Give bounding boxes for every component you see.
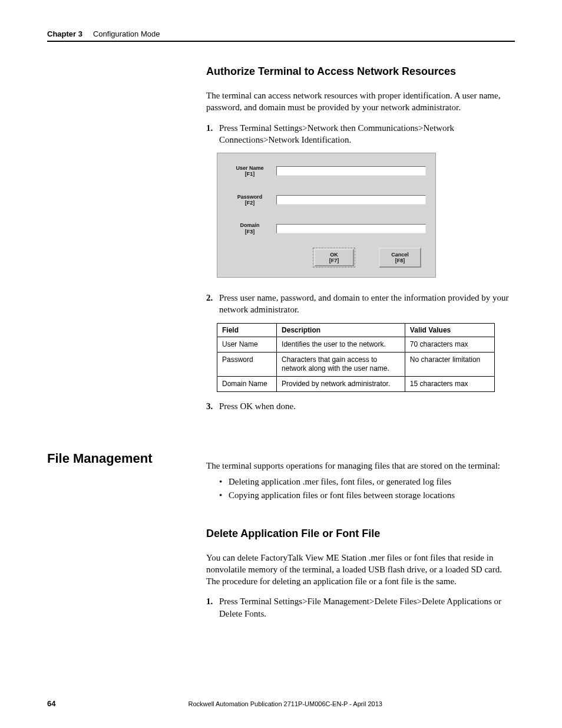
ok-button[interactable]: OK [F7] (313, 248, 355, 268)
step-2-text: Press user name, password, and domain to… (219, 293, 509, 314)
step-1: 1.Press Terminal Settings>Network then C… (219, 122, 515, 146)
delete-file-intro: You can delete FactoryTalk View ME Stati… (206, 552, 515, 588)
domain-input[interactable] (276, 224, 426, 233)
step-1-text: Press Terminal Settings>Network then Com… (219, 123, 454, 144)
page-header: Chapter 3 Configuration Mode (47, 29, 515, 42)
file-mgmt-intro: The terminal supports operations for man… (206, 460, 515, 472)
network-id-dialog: User Name [F1] Password [F2] Domain [F3]… (217, 153, 436, 278)
user-name-input[interactable] (276, 166, 426, 176)
page-footer: 64 Rockwell Automation Publication 2711P… (47, 699, 515, 708)
step-3: 3.Press OK when done. (219, 400, 515, 412)
th-field: Field (217, 323, 277, 337)
user-name-label: User Name [F1] (227, 165, 273, 177)
th-desc: Description (277, 323, 405, 337)
bullet-copy: Copying application files or font files … (229, 489, 515, 502)
delete-step-1-text: Press Terminal Settings>File Management>… (219, 597, 501, 618)
table-row: Password Characters that gain access to … (217, 352, 495, 376)
th-valid: Valid Values (405, 323, 494, 337)
step-3-text: Press OK when done. (219, 401, 296, 411)
table-row: Domain Name Provided by network administ… (217, 376, 495, 391)
cancel-button[interactable]: Cancel [F8] (379, 248, 421, 268)
domain-label: Domain [F3] (227, 222, 273, 235)
section-file-mgmt-heading: File Management (47, 451, 194, 466)
bullet-delete: Deleting application .mer files, font fi… (229, 475, 515, 489)
password-label: Password [F2] (227, 194, 273, 206)
delete-file-heading: Delete Application File or Font File (206, 528, 515, 540)
page-number: 64 (47, 699, 55, 708)
step-2: 2.Press user name, password, and domain … (219, 292, 515, 316)
parameter-table: Field Description Valid Values User Name… (217, 323, 495, 392)
chapter-label: Chapter 3 (47, 29, 82, 38)
password-input[interactable] (276, 195, 426, 205)
publication-info: Rockwell Automation Publication 2711P-UM… (55, 700, 515, 707)
table-row: User Name Identifies the user to the net… (217, 337, 495, 352)
section-authorize-intro: The terminal can access network resource… (206, 90, 515, 114)
chapter-title: Configuration Mode (93, 29, 160, 38)
delete-step-1: 1.Press Terminal Settings>File Managemen… (219, 595, 515, 620)
section-authorize-heading: Authorize Terminal to Access Network Res… (206, 65, 515, 78)
